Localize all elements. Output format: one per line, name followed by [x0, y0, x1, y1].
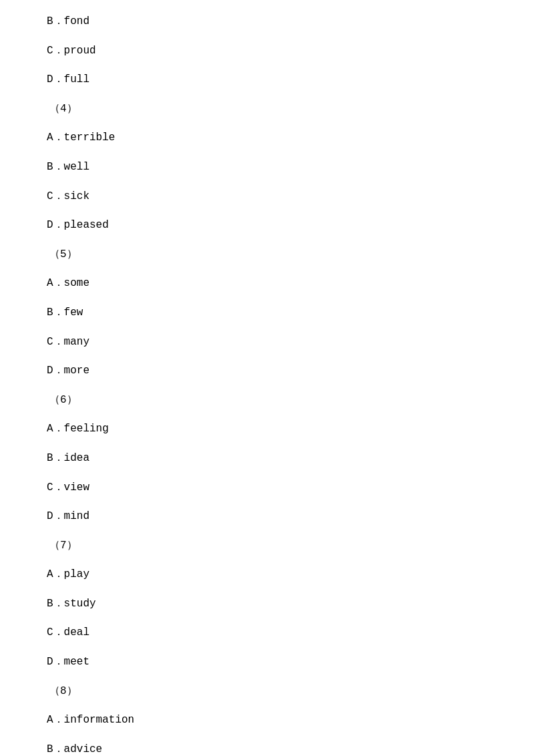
option-item: D．mind: [47, 508, 487, 526]
option-item: A．play: [47, 566, 487, 584]
option-item: B．well: [47, 159, 487, 176]
question-number: （4）: [47, 101, 487, 118]
option-item: D．pleased: [47, 217, 487, 234]
question-number: （8）: [47, 683, 487, 701]
option-item: C．many: [47, 334, 487, 351]
option-item: A．information: [47, 712, 487, 729]
option-item: C．sick: [47, 188, 487, 206]
option-item: A．some: [47, 275, 487, 293]
option-item: B．few: [47, 305, 487, 322]
question-number: （6）: [47, 392, 487, 409]
option-item: A．feeling: [47, 421, 487, 438]
option-item: D．more: [47, 363, 487, 380]
option-item: A．terrible: [47, 130, 487, 147]
option-item: B．advice: [47, 741, 487, 756]
option-item: C．view: [47, 480, 487, 497]
main-content: B．fondC．proudD．full（4）A．terribleB．wellC．…: [0, 0, 534, 756]
option-item: B．study: [47, 596, 487, 613]
option-item: B．fond: [47, 13, 487, 31]
option-item: D．full: [47, 71, 487, 89]
option-item: C．deal: [47, 624, 487, 642]
option-item: D．meet: [47, 654, 487, 671]
question-number: （7）: [47, 538, 487, 555]
question-number: （5）: [47, 246, 487, 264]
option-item: C．proud: [47, 43, 487, 60]
option-item: B．idea: [47, 450, 487, 467]
